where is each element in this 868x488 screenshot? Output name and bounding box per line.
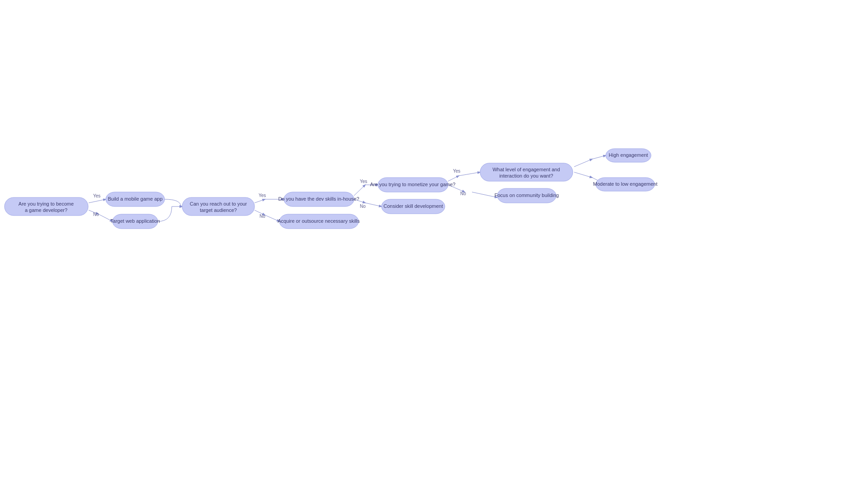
node-3-text: Target web application <box>110 218 160 224</box>
flowchart: Yes No Yes No Yes No Yes No Are you tryi… <box>0 0 868 488</box>
edge-n9-n11 <box>574 159 592 167</box>
edge-label-n5-n7: Yes <box>360 179 367 184</box>
node-4-text-line2: target audience? <box>200 207 237 213</box>
edge-n7-n10-2 <box>472 192 497 197</box>
node-10-text: Focus on community building <box>495 192 559 198</box>
node-4-text-line1: Can you reach out to your <box>190 201 247 206</box>
node-2-text: Build a mobile game app <box>108 196 162 202</box>
edge-n9-n11-2 <box>592 155 606 159</box>
edge-n3-n4 <box>158 206 182 221</box>
edge-label-n5-n8: No <box>360 204 366 209</box>
edge-label-n4-n6: No <box>259 214 265 219</box>
edge-label-n7-n10: No <box>460 191 466 196</box>
edge-label-n1-n2: Yes <box>93 193 100 198</box>
node-9-text-line2: interaction do you want? <box>499 173 553 178</box>
node-1[interactable] <box>5 197 88 216</box>
edge-n1-n2 <box>89 199 106 203</box>
edge-n9-n12 <box>574 172 592 178</box>
edge-n2-n4 <box>165 199 182 206</box>
edge-label-n4-n5: Yes <box>259 193 266 198</box>
edge-n7-n9-2 <box>459 172 480 176</box>
node-1-text-line2: a game developer? <box>25 207 67 213</box>
node-5-text: Do you have the dev skills in-house? <box>278 196 359 202</box>
node-1-text-line1: Are you trying to become <box>19 201 74 206</box>
node-12-text: Moderate to low engagement <box>593 181 657 187</box>
edge-n5-n7 <box>354 185 365 196</box>
node-9-text-line1: What level of engagement and <box>492 167 560 172</box>
node-4[interactable] <box>182 197 255 216</box>
edge-n4-n5 <box>255 199 265 203</box>
node-8-text: Consider skill development <box>383 203 443 209</box>
edge-n7-n9 <box>448 176 459 181</box>
node-6-text: Acquire or outsource necessary skills <box>278 218 360 224</box>
edge-n5-n8-2 <box>365 203 382 206</box>
edge-n4-n6-2 <box>265 215 279 221</box>
node-11-text: High engagement <box>609 152 648 158</box>
node-9[interactable] <box>480 163 573 181</box>
edge-label-n7-n9: Yes <box>453 169 460 174</box>
node-7-text: Are you trying to monetize your game? <box>370 182 456 187</box>
edge-label-n1-n3: No <box>93 212 99 217</box>
